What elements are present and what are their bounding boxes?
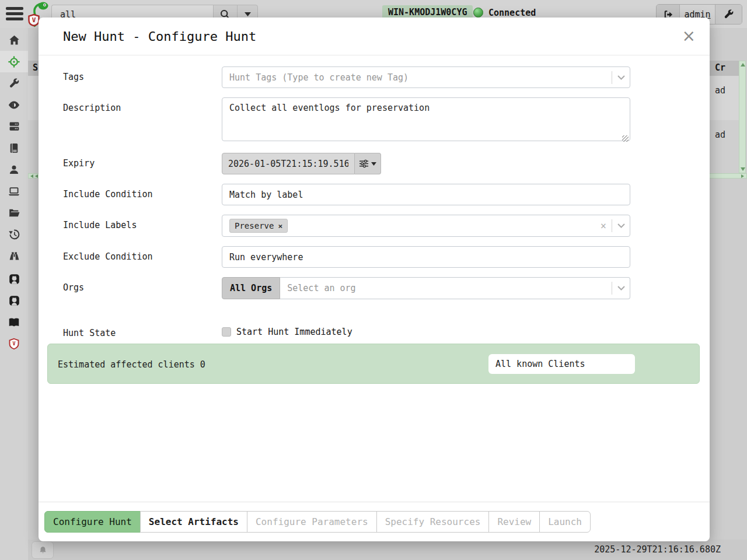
github-icon	[8, 295, 20, 307]
status-bar: 2025-12-29T21:16:16.680Z	[0, 540, 747, 560]
step-select-artifacts[interactable]: Select Artifacts	[140, 511, 247, 533]
sidebar-item-github-2[interactable]	[0, 290, 28, 312]
modal-header: New Hunt - Configure Hunt ×	[39, 18, 710, 55]
sidebar-item-server-events[interactable]	[0, 94, 28, 116]
sidebar-item-clients[interactable]	[0, 180, 28, 202]
step-configure-parameters: Configure Parameters	[247, 511, 377, 533]
label-chip: Preserve ×	[229, 219, 288, 233]
hunts-table-header-creator: Cr	[715, 62, 725, 73]
estimated-clients-text: Estimated affected clients 0	[58, 359, 205, 370]
sidebar-item-home[interactable]	[0, 29, 28, 51]
wrench-icon	[8, 78, 20, 89]
include-labels-select[interactable]: Preserve × ×	[222, 215, 630, 237]
all-known-clients-box: All known Clients	[488, 354, 635, 374]
chevron-down-icon[interactable]	[617, 223, 625, 228]
table-cell-creator: ad	[715, 85, 725, 96]
server-timestamp: 2025-12-29T21:16:16.680Z	[594, 544, 721, 555]
sidebar-item-audit[interactable]	[0, 223, 28, 245]
sidebar-item-users[interactable]	[0, 159, 28, 180]
binoculars-icon	[8, 250, 20, 262]
home-icon	[8, 34, 20, 46]
start-hunt-checkbox-label: Start Hunt Immediately	[236, 327, 352, 337]
book-open-icon	[8, 316, 20, 329]
vertical-scrollbar[interactable]	[739, 61, 746, 173]
orgs-select[interactable]: Select an org	[280, 277, 630, 299]
menu-toggle-button[interactable]	[6, 7, 25, 21]
label-chip-text: Preserve	[235, 221, 274, 230]
caret-down-icon	[245, 12, 251, 16]
textarea-resize-handle[interactable]	[622, 135, 629, 142]
description-textarea[interactable]: Collect all eventlogs for preservation	[222, 97, 630, 141]
modal-body: Tags Hunt Tags (Type to create new Tag) …	[39, 55, 710, 348]
wrench-icon	[723, 9, 734, 20]
notifications-button[interactable]	[32, 541, 54, 559]
step-configure-hunt[interactable]: Configure Hunt	[44, 511, 141, 533]
svg-text:V: V	[12, 341, 15, 346]
sidebar-item-vfs[interactable]	[0, 202, 28, 223]
orgs-label: Orgs	[63, 277, 222, 299]
sidebar-item-docs[interactable]	[0, 312, 28, 333]
chevron-down-icon[interactable]	[617, 286, 625, 290]
new-hunt-modal: New Hunt - Configure Hunt × Tags Hunt Ta…	[39, 18, 710, 541]
laptop-icon	[8, 185, 20, 198]
hunts-table-header-state: S	[33, 62, 38, 73]
server-icon	[8, 120, 20, 132]
connection-status-label: Connected	[488, 8, 536, 18]
step-launch: Launch	[539, 511, 591, 533]
eye-icon	[8, 99, 20, 111]
include-condition-label: Include Condition	[63, 184, 222, 205]
start-hunt-checkbox[interactable]	[222, 327, 231, 337]
exclude-condition-label: Exclude Condition	[63, 246, 222, 268]
sidebar-item-artifacts[interactable]	[0, 72, 28, 94]
caret-down-icon	[371, 162, 376, 166]
table-cell-creator: ad	[715, 130, 725, 140]
all-orgs-button[interactable]: All Orgs	[222, 277, 280, 299]
chip-remove-icon[interactable]: ×	[278, 222, 282, 230]
velociraptor-shield-icon: V	[8, 338, 20, 350]
include-condition-input[interactable]	[222, 184, 630, 205]
description-label: Description	[63, 97, 222, 144]
folder-open-icon	[8, 206, 20, 219]
user-icon	[8, 164, 20, 176]
step-specify-resources: Specify Resources	[376, 511, 490, 533]
expiry-picker-button[interactable]	[355, 153, 381, 174]
sidebar-nav: V	[0, 28, 28, 560]
bell-icon	[38, 545, 48, 555]
settings-wrench-button[interactable]	[715, 5, 742, 24]
step-review: Review	[488, 511, 540, 533]
exclude-condition-input[interactable]	[222, 246, 630, 268]
sliders-icon	[359, 159, 369, 168]
expiry-label: Expiry	[63, 153, 222, 174]
sidebar-item-server-artifacts[interactable]	[0, 116, 28, 137]
crosshairs-icon	[8, 55, 20, 68]
sidebar-item-velociraptor[interactable]: V	[0, 333, 28, 355]
connected-indicator-icon	[473, 8, 483, 18]
sidebar-item-hunts[interactable]	[0, 51, 28, 72]
modal-title: New Hunt - Configure Hunt	[63, 18, 256, 55]
sidebar-item-notebooks[interactable]	[0, 137, 28, 159]
wizard-steps-bar: Configure Hunt Select Artifacts Configur…	[39, 502, 710, 541]
include-labels-label: Include Labels	[63, 215, 222, 237]
hunt-state-label: Hunt State	[63, 323, 222, 338]
expiry-input[interactable]	[222, 153, 355, 174]
chevron-down-icon[interactable]	[617, 75, 625, 80]
github-icon	[8, 273, 20, 285]
tags-label: Tags	[63, 66, 222, 88]
tags-select[interactable]: Hunt Tags (Type to create new Tag)	[222, 66, 630, 88]
modal-close-button[interactable]: ×	[679, 26, 699, 46]
estimated-clients-banner: Estimated affected clients 0 All known C…	[47, 344, 700, 384]
sidebar-item-github-1[interactable]	[0, 268, 28, 290]
sidebar-item-client-search[interactable]	[0, 245, 28, 267]
svg-text:V: V	[32, 16, 36, 24]
journal-icon	[8, 142, 20, 154]
clear-selection-icon[interactable]: ×	[601, 220, 606, 232]
orgs-placeholder: Select an org	[287, 283, 606, 293]
tags-placeholder: Hunt Tags (Type to create new Tag)	[229, 72, 606, 83]
history-icon	[8, 228, 20, 240]
